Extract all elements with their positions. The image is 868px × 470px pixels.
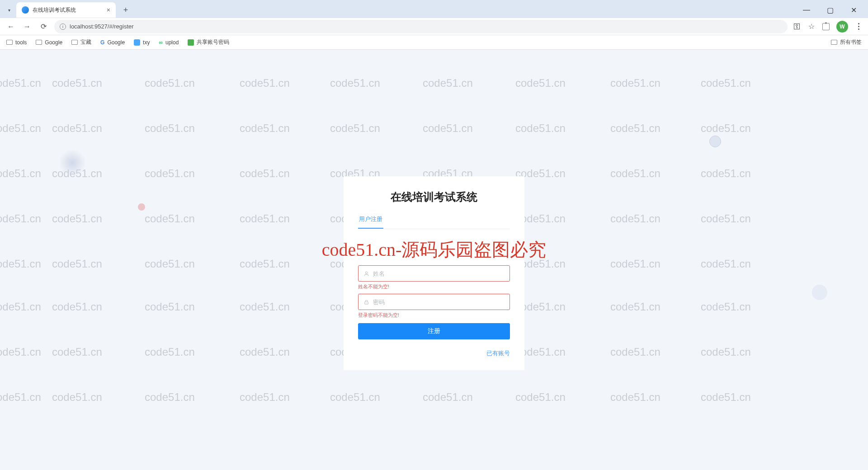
watermark-text: code51.cn <box>145 122 195 135</box>
tab-register[interactable]: 用户注册 <box>358 215 383 229</box>
watermark-text: code51.cn <box>52 391 102 404</box>
bookmark-google-2[interactable]: GGoogle <box>100 39 125 46</box>
bookmark-label: tools <box>15 39 27 46</box>
watermark-text: code51.cn <box>145 258 195 270</box>
watermark-text: code51.cn <box>240 391 290 404</box>
browser-tab[interactable]: 在线培训考试系统 × <box>16 2 116 18</box>
url-text: localhost:9527/#/register <box>70 23 134 30</box>
bookmark-google-1[interactable]: Google <box>36 39 62 46</box>
watermark-text: code51.cn <box>610 77 660 89</box>
watermark-text: code51.cn <box>701 346 751 358</box>
site-info-icon[interactable]: i <box>60 24 66 30</box>
profile-avatar[interactable]: W <box>836 21 848 33</box>
page-content: code51.cncode51.cncode51.cncode51.cncode… <box>0 50 868 470</box>
txy-icon <box>134 39 140 46</box>
bookmark-txy[interactable]: txy <box>134 39 150 46</box>
close-window-button[interactable]: ✕ <box>844 3 863 17</box>
bookmark-bar: tools Google 宝藏 GGoogle txy ∞uplod 共享账号密… <box>0 35 868 50</box>
svg-point-0 <box>365 272 367 273</box>
bookmark-tools[interactable]: tools <box>6 39 27 46</box>
bookmark-all[interactable]: 所有书签 <box>831 38 862 46</box>
window-controls: — ▢ ✕ <box>797 3 863 17</box>
watermark-text: code51.cn <box>610 391 660 404</box>
watermark-text: code51.cn <box>330 391 380 404</box>
realname-input[interactable] <box>373 270 505 277</box>
bookmark-label: 所有书签 <box>840 38 862 46</box>
tab-search-dropdown[interactable]: ▾ <box>5 5 14 14</box>
deco-circle <box>812 285 827 300</box>
watermark-text: code51.cn <box>145 212 195 225</box>
watermark-text: code51.cn <box>240 167 290 180</box>
bookmark-treasure[interactable]: 宝藏 <box>71 38 91 46</box>
watermark-text: code51.cn <box>0 77 41 89</box>
folder-icon <box>71 40 78 45</box>
card-title: 在线培训考试系统 <box>358 190 510 204</box>
watermark-text: code51.cn <box>423 391 473 404</box>
login-link-row: 已有账号 <box>358 349 510 357</box>
bookmark-label: txy <box>143 39 150 46</box>
address-bar: ← → ⟳ i localhost:9527/#/register ⚿ W <box>0 18 868 35</box>
watermark-text: code51.cn <box>240 77 290 89</box>
login-link[interactable]: 已有账号 <box>486 350 510 357</box>
bookmark-star-icon[interactable] <box>807 23 816 31</box>
watermark-text: code51.cn <box>0 167 41 180</box>
back-button[interactable]: ← <box>5 21 16 32</box>
tab-bar: ▾ 在线培训考试系统 × + — ▢ ✕ <box>0 0 868 18</box>
watermark-text: code51.cn <box>610 301 660 313</box>
folder-icon <box>36 40 42 45</box>
deco-circle <box>59 149 86 176</box>
watermark-text: code51.cn <box>52 301 102 313</box>
bookmark-uplod[interactable]: ∞uplod <box>159 39 179 46</box>
watermark-text: code51.cn <box>52 346 102 358</box>
watermark-text: code51.cn <box>701 77 751 89</box>
watermark-text: code51.cn <box>145 77 195 89</box>
watermark-text: code51.cn <box>52 77 102 89</box>
new-tab-button[interactable]: + <box>119 4 132 16</box>
bookmark-label: 共享账号密码 <box>197 38 229 46</box>
watermark-text: code51.cn <box>423 77 473 89</box>
url-input[interactable]: i localhost:9527/#/register <box>54 20 788 33</box>
watermark-text: code51.cn <box>701 212 751 225</box>
bookmark-shared-account[interactable]: 共享账号密码 <box>188 38 229 46</box>
watermark-text: code51.cn <box>145 301 195 313</box>
watermark-text: code51.cn <box>0 122 41 135</box>
extensions-icon[interactable] <box>822 23 830 31</box>
forward-button[interactable]: → <box>22 21 33 32</box>
watermark-text: code51.cn <box>145 346 195 358</box>
register-button[interactable]: 注册 <box>358 323 510 339</box>
password-input-wrap <box>358 294 510 310</box>
browser-chrome: ▾ 在线培训考试系统 × + — ▢ ✕ ← → ⟳ i localhost:9… <box>0 0 868 50</box>
password-row: 登录密码不能为空! <box>358 294 510 319</box>
watermark-text: code51.cn <box>610 212 660 225</box>
watermark-text: code51.cn <box>515 391 566 404</box>
bookmark-label: Google <box>45 39 62 46</box>
watermark-text: code51.cn <box>240 346 290 358</box>
bookmark-label: 宝藏 <box>80 38 91 46</box>
reload-button[interactable]: ⟳ <box>38 21 49 32</box>
watermark-text: code51.cn <box>240 301 290 313</box>
card-tabs: 用户注册 <box>358 215 510 229</box>
svg-rect-1 <box>364 301 368 304</box>
watermark-text: code51.cn <box>423 122 473 135</box>
password-key-icon[interactable]: ⚿ <box>793 23 801 31</box>
minimize-button[interactable]: — <box>797 3 816 17</box>
green-icon <box>188 39 194 46</box>
tab-title: 在线培训考试系统 <box>33 6 103 14</box>
watermark-text: code51.cn <box>52 212 102 225</box>
deco-circle <box>709 136 721 147</box>
browser-menu-icon[interactable] <box>854 23 863 31</box>
watermark-text: code51.cn <box>330 77 380 89</box>
maximize-button[interactable]: ▢ <box>820 3 840 17</box>
realname-row: 姓名不能为空! <box>358 265 510 290</box>
deco-circle <box>138 203 145 211</box>
watermark-text: code51.cn <box>145 391 195 404</box>
password-input[interactable] <box>373 299 505 306</box>
google-icon: G <box>100 39 104 46</box>
bookmark-label: Google <box>107 39 125 46</box>
tab-close-icon[interactable]: × <box>107 6 110 14</box>
tab-favicon-icon <box>22 6 29 14</box>
folder-icon <box>6 40 13 45</box>
watermark-text: code51.cn <box>701 391 751 404</box>
watermark-text: code51.cn <box>240 212 290 225</box>
watermark-text: code51.cn <box>52 122 102 135</box>
